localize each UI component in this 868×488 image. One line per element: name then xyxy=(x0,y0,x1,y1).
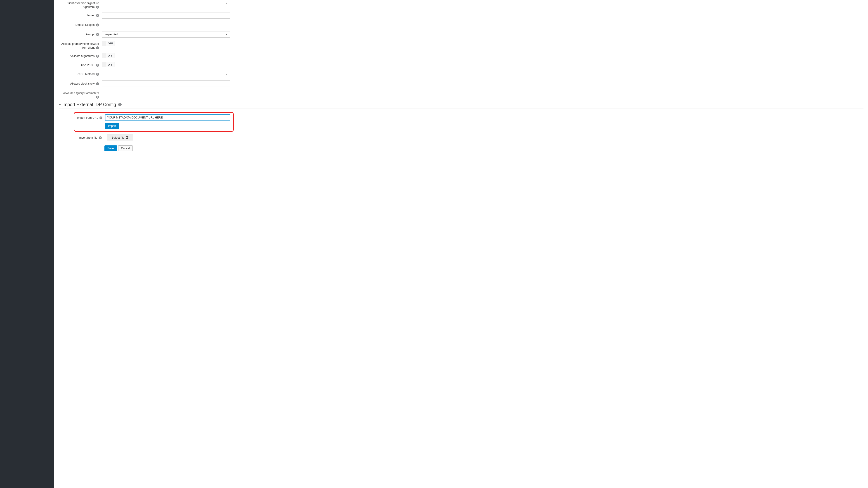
label-allowed-clock-skew: Allowed clock skew ? xyxy=(59,81,102,86)
help-icon[interactable]: ? xyxy=(99,117,102,119)
row-validate-signatures: Validate Signatures ? OFF xyxy=(59,53,864,59)
help-icon[interactable]: ? xyxy=(96,14,99,17)
select-file-button[interactable]: Select file xyxy=(107,134,133,141)
sidebar-nav xyxy=(0,0,54,488)
label-text: Issuer xyxy=(87,14,94,17)
label-validate-signatures: Validate Signatures ? xyxy=(59,53,102,58)
help-icon[interactable]: ? xyxy=(96,55,99,58)
spacer xyxy=(76,123,105,125)
input-import-from-url[interactable] xyxy=(105,115,230,121)
row-default-scopes: Default Scopes ? xyxy=(59,22,864,28)
row-actions: Save Cancel xyxy=(76,145,864,151)
label-client-assertion-sig-alg: Client Assertion Signature Algorithm ? xyxy=(59,0,102,9)
save-button[interactable]: Save xyxy=(104,145,117,151)
help-icon[interactable]: ? xyxy=(96,64,99,67)
toggle-validate-signatures[interactable]: OFF xyxy=(102,53,115,58)
section-header-import-idp[interactable]: Import External IDP Config ? xyxy=(59,102,864,107)
toggle-state: OFF xyxy=(106,53,115,58)
toggle-accepts-prompt-none[interactable]: OFF xyxy=(102,41,115,46)
label-use-pkce: Use PKCE ? xyxy=(59,62,102,67)
toggle-use-pkce[interactable]: OFF xyxy=(102,62,115,67)
cancel-button[interactable]: Cancel xyxy=(118,145,133,151)
label-import-from-file: Import from file ? xyxy=(76,134,104,140)
row-pkce-method: PKCE Method ? xyxy=(59,71,864,77)
toggle-knob xyxy=(102,41,106,46)
section-divider xyxy=(59,109,864,109)
toggle-knob xyxy=(102,53,106,58)
row-import-from-file: Import from file ? Select file xyxy=(76,134,864,141)
spacer xyxy=(76,145,104,147)
label-pkce-method: PKCE Method ? xyxy=(59,71,102,76)
row-accepts-prompt-none: Accepts prompt=none forward from client … xyxy=(59,41,864,50)
row-forwarded-query-params: Forwarded Query Parameters ? xyxy=(59,90,864,99)
import-button[interactable]: Import xyxy=(105,123,119,129)
row-import-button: Import xyxy=(76,123,231,129)
toggle-knob xyxy=(102,62,106,67)
highlight-import-from-url: Import from URL ? Import xyxy=(74,112,234,132)
select-file-label: Select file xyxy=(112,136,125,139)
input-issuer[interactable] xyxy=(102,12,230,19)
help-icon[interactable]: ? xyxy=(99,136,102,139)
help-icon[interactable]: ? xyxy=(96,47,99,49)
label-issuer: Issuer ? xyxy=(59,12,102,18)
label-prompt: Prompt ? xyxy=(59,31,102,36)
help-icon[interactable]: ? xyxy=(96,82,99,85)
label-text: Accepts prompt=none forward from client xyxy=(61,42,99,49)
label-text: Default Scopes xyxy=(75,23,95,27)
input-default-scopes[interactable] xyxy=(102,22,230,28)
label-text: Import from URL xyxy=(77,116,98,119)
help-icon[interactable]: ? xyxy=(96,33,99,36)
label-text: Validate Signatures xyxy=(70,55,94,58)
label-text: Import from file xyxy=(79,136,97,139)
help-icon[interactable]: ? xyxy=(96,24,99,27)
label-text: PKCE Method xyxy=(76,72,94,76)
help-icon[interactable]: ? xyxy=(96,73,99,76)
chevron-down-icon xyxy=(59,103,61,106)
label-text: Forwarded Query Parameters xyxy=(62,92,99,95)
upload-file-icon xyxy=(126,136,129,139)
label-accepts-prompt-none: Accepts prompt=none forward from client … xyxy=(59,41,102,50)
label-text: Use PKCE xyxy=(81,64,95,67)
main-content: Client Assertion Signature Algorithm ? I… xyxy=(54,0,868,488)
label-default-scopes: Default Scopes ? xyxy=(59,22,102,27)
label-import-from-url: Import from URL ? xyxy=(76,115,105,120)
label-text: Allowed clock skew xyxy=(70,82,95,85)
row-prompt: Prompt ? unspecified xyxy=(59,31,864,37)
help-icon[interactable]: ? xyxy=(118,103,122,106)
toggle-state: OFF xyxy=(106,62,115,67)
label-text: Client Assertion Signature Algorithm xyxy=(66,2,99,8)
label-forwarded-query-params: Forwarded Query Parameters ? xyxy=(59,90,102,99)
row-allowed-clock-skew: Allowed clock skew ? xyxy=(59,81,864,87)
label-text: Prompt xyxy=(86,33,94,36)
row-use-pkce: Use PKCE ? OFF xyxy=(59,62,864,68)
select-pkce-method[interactable] xyxy=(102,71,230,77)
section-title: Import External IDP Config xyxy=(62,102,116,107)
input-forwarded-query-params[interactable] xyxy=(102,90,230,96)
select-client-assertion-sig-alg[interactable] xyxy=(102,0,230,6)
input-allowed-clock-skew[interactable] xyxy=(102,81,230,87)
row-import-from-url: Import from URL ? xyxy=(76,115,231,121)
help-icon[interactable]: ? xyxy=(96,96,99,99)
row-client-assertion-sig-alg: Client Assertion Signature Algorithm ? xyxy=(59,0,864,9)
toggle-state: OFF xyxy=(106,41,115,46)
help-icon[interactable]: ? xyxy=(96,6,99,8)
select-prompt[interactable]: unspecified xyxy=(102,31,230,37)
row-issuer: Issuer ? xyxy=(59,12,864,19)
